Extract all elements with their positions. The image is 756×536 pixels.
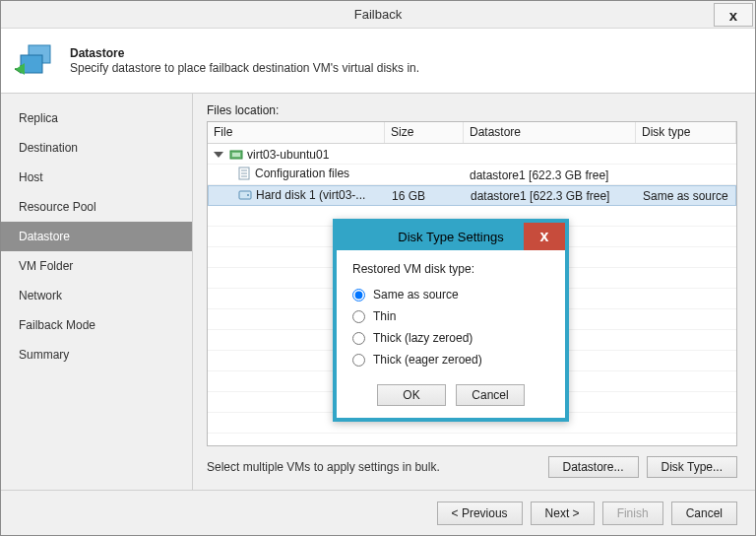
- close-icon: x: [729, 7, 737, 24]
- failback-wizard: Failback x Datastore Specify datastore t…: [0, 0, 756, 536]
- dialog-body: Restored VM disk type: Same as source Th…: [337, 250, 565, 374]
- step-title: Datastore: [70, 46, 419, 60]
- datastore-button[interactable]: Datastore...: [548, 456, 639, 478]
- radio-same-as-source[interactable]: Same as source: [352, 284, 549, 305]
- wizard-sidebar: Replica Destination Host Resource Pool D…: [1, 94, 193, 490]
- col-size[interactable]: Size: [385, 122, 464, 143]
- disk-type-dialog: Disk Type Settings x Restored VM disk ty…: [333, 219, 569, 422]
- sidebar-item-host[interactable]: Host: [1, 163, 192, 192]
- sidebar-item-resource-pool[interactable]: Resource Pool: [1, 192, 192, 222]
- disk-type-button[interactable]: Disk Type...: [647, 456, 737, 478]
- table-row[interactable]: virt03-ubuntu01: [208, 144, 736, 165]
- dialog-cancel-button[interactable]: Cancel: [456, 384, 525, 406]
- vm-name: virt03-ubuntu01: [247, 148, 329, 162]
- files-location-label: Files location:: [207, 103, 737, 117]
- sidebar-item-replica[interactable]: Replica: [1, 103, 192, 133]
- prev-button[interactable]: < Previous: [437, 502, 523, 525]
- radio-label: Thick (eager zeroed): [373, 353, 482, 367]
- wizard-header: Datastore Specify datastore to place fai…: [1, 29, 755, 94]
- next-button[interactable]: Next >: [531, 502, 595, 525]
- close-icon: x: [540, 228, 549, 245]
- radio-label: Thin: [373, 309, 396, 323]
- disk-label: Hard disk 1 (virt03-...: [256, 188, 365, 202]
- dialog-close-button[interactable]: x: [524, 223, 565, 250]
- step-desc: Specify datastore to place failback dest…: [70, 61, 419, 75]
- config-label: Configuration files: [255, 167, 349, 180]
- datastore-icon: [15, 39, 58, 83]
- sidebar-item-datastore[interactable]: Datastore: [1, 222, 192, 251]
- cancel-button[interactable]: Cancel: [671, 502, 737, 525]
- dialog-footer: OK Cancel: [337, 374, 565, 418]
- sidebar-item-summary[interactable]: Summary: [1, 340, 192, 369]
- col-disk-type[interactable]: Disk type: [636, 122, 736, 143]
- config-icon: [237, 167, 251, 180]
- radio-input[interactable]: [352, 354, 365, 367]
- dialog-titlebar: Disk Type Settings x: [337, 223, 565, 250]
- radio-thick-lazy[interactable]: Thick (lazy zeroed): [352, 327, 549, 349]
- table-row[interactable]: Hard disk 1 (virt03-... 16 GB datastore1…: [208, 185, 736, 206]
- table-row[interactable]: Configuration files datastore1 [622.3 GB…: [208, 165, 736, 185]
- sidebar-item-destination[interactable]: Destination: [1, 133, 192, 163]
- finish-button: Finish: [602, 502, 663, 525]
- col-file[interactable]: File: [208, 122, 385, 143]
- expand-icon[interactable]: [214, 152, 223, 158]
- sidebar-item-vm-folder[interactable]: VM Folder: [1, 251, 192, 281]
- wizard-footer: < Previous Next > Finish Cancel: [1, 490, 755, 535]
- window-close-button[interactable]: x: [714, 3, 753, 27]
- disk-icon: [238, 189, 252, 201]
- col-datastore[interactable]: Datastore: [464, 122, 636, 143]
- sidebar-item-network[interactable]: Network: [1, 281, 192, 310]
- ok-button[interactable]: OK: [377, 384, 446, 406]
- bulk-hint: Select multiple VMs to apply settings in…: [207, 460, 540, 474]
- svg-rect-4: [232, 153, 240, 157]
- radio-input[interactable]: [352, 332, 365, 345]
- svg-rect-6: [239, 191, 251, 199]
- svg-point-7: [247, 194, 249, 196]
- radio-thin[interactable]: Thin: [352, 305, 549, 327]
- radio-label: Same as source: [373, 288, 459, 302]
- sidebar-item-failback-mode[interactable]: Failback Mode: [1, 310, 192, 340]
- header-text: Datastore Specify datastore to place fai…: [70, 46, 419, 75]
- grid-header: File Size Datastore Disk type: [208, 122, 736, 144]
- radio-input[interactable]: [352, 289, 365, 302]
- radio-thick-eager[interactable]: Thick (eager zeroed): [352, 349, 549, 370]
- bulk-row: Select multiple VMs to apply settings in…: [207, 456, 737, 478]
- vm-icon: [229, 148, 243, 162]
- titlebar: Failback x: [1, 1, 755, 29]
- radio-label: Thick (lazy zeroed): [373, 331, 472, 345]
- radio-input[interactable]: [352, 310, 365, 323]
- group-label: Restored VM disk type:: [352, 262, 549, 276]
- window-title: Failback: [1, 7, 755, 22]
